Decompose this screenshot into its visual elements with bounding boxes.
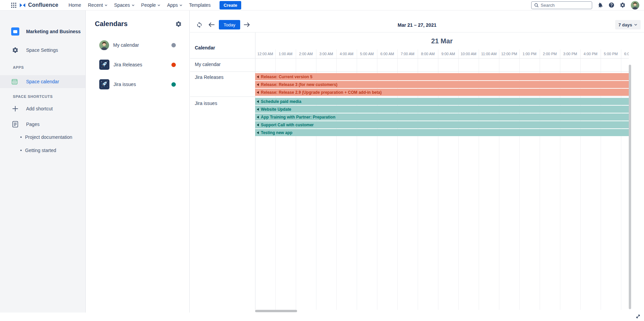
calendar-list-item-jira-releases[interactable]: Jira Releases — [86, 58, 189, 71]
calendar-list-item-jira-issues[interactable]: Jira issues — [86, 78, 189, 91]
event-bar[interactable]: Testing new app — [255, 129, 629, 136]
continues-left-icon — [257, 108, 259, 111]
space-header[interactable]: Marketing and Business — [0, 25, 85, 38]
calendar-main: Today Mar 21 – 27, 2021 7 days 21 Mar 12… — [190, 10, 644, 313]
continues-left-icon — [257, 131, 259, 134]
event-bar[interactable]: Schedule paid media — [255, 98, 629, 105]
event-title: Release: Release 3 (for new customers) — [261, 82, 337, 87]
resize-handle-icon[interactable] — [636, 314, 641, 319]
nav-apps[interactable]: Apps — [164, 0, 186, 10]
search-icon — [534, 3, 539, 7]
event-title: Website Update — [261, 107, 291, 112]
row-label-my-calendar: My calendar — [195, 62, 221, 67]
continues-left-icon — [257, 124, 259, 126]
nav-people[interactable]: People — [138, 0, 164, 10]
calendar-grid: 21 Mar 12:00 AM 1:00 AM 2:00 AM 3:00 AM … — [190, 32, 644, 310]
sidebar-section-apps: APPS — [13, 65, 24, 69]
bullet-icon — [20, 150, 22, 151]
row-divider — [190, 58, 629, 59]
calendars-settings-gear-icon[interactable] — [175, 21, 182, 27]
continues-left-icon — [257, 83, 259, 86]
calendar-column-header: Calendar — [195, 45, 215, 50]
row-label-jira-releases: Jira Releases — [195, 74, 224, 80]
nav-recent[interactable]: Recent — [84, 0, 110, 10]
calendar-color-dot[interactable] — [171, 63, 176, 67]
chevron-down-icon — [132, 4, 134, 6]
calendar-color-dot[interactable] — [171, 82, 176, 87]
confluence-logo[interactable]: Confluence — [19, 2, 58, 9]
chevron-down-icon — [105, 4, 107, 6]
confluence-logo-icon — [19, 2, 26, 9]
page-link-getting-started[interactable]: Getting started — [0, 146, 85, 154]
settings-gear-icon[interactable] — [620, 2, 626, 8]
user-avatar[interactable] — [631, 1, 639, 9]
sidebar-item-space-calendar[interactable]: Space calendar — [0, 75, 85, 88]
calendar-list-item-my-calendar[interactable]: My calendar — [86, 38, 189, 52]
sidebar-section-shortcuts: SPACE SHORTCUTS — [13, 94, 53, 99]
create-button[interactable]: Create — [220, 1, 241, 9]
chevron-down-icon — [634, 24, 637, 26]
today-button[interactable]: Today — [219, 20, 240, 29]
my-calendar-avatar — [99, 40, 109, 50]
previous-week-arrow-icon[interactable] — [208, 21, 216, 29]
sidebar-item-space-settings[interactable]: Space Settings — [0, 44, 85, 56]
pages-icon — [12, 121, 19, 128]
day-header: 21 Mar — [255, 37, 629, 45]
event-title: App Training with Partner: Preparation — [261, 115, 335, 120]
nav-spaces[interactable]: Spaces — [111, 0, 138, 10]
nav-templates[interactable]: Templates — [186, 0, 214, 10]
space-avatar-icon — [11, 27, 19, 36]
continues-left-icon — [257, 76, 259, 78]
vertical-scrollbar[interactable] — [629, 65, 631, 309]
bullet-icon — [20, 136, 22, 138]
continues-left-icon — [257, 100, 259, 103]
notifications-bell-icon[interactable] — [597, 1, 604, 9]
next-week-arrow-icon[interactable] — [243, 21, 251, 29]
primary-nav: Home Recent Spaces People Apps Templates — [65, 0, 214, 10]
chevron-down-icon — [180, 4, 182, 6]
search-box[interactable] — [531, 1, 592, 9]
event-bar[interactable]: Release: Release 3 (for new customers) — [255, 81, 629, 88]
add-shortcut-button[interactable]: Add shortcut — [0, 103, 85, 115]
top-navigation: Confluence Home Recent Spaces People App… — [0, 0, 644, 10]
app-switcher-icon[interactable] — [11, 3, 16, 8]
date-range-label: Mar 21 – 27, 2021 — [190, 22, 644, 28]
refresh-icon[interactable] — [195, 21, 203, 29]
event-bar[interactable]: Support Call with customer — [255, 121, 629, 128]
continues-left-icon — [257, 116, 259, 119]
rocket-icon — [99, 60, 109, 70]
calendar-icon — [11, 78, 18, 85]
row-divider — [190, 97, 629, 97]
event-bar[interactable]: App Training with Partner: Preparation — [255, 113, 629, 121]
calendars-panel-title: Calendars — [95, 20, 128, 28]
page-link-project-documentation[interactable]: Project documentation — [0, 133, 85, 141]
calendars-panel: Calendars My calendar — [86, 10, 190, 313]
help-icon[interactable] — [608, 2, 615, 8]
event-title: Release: Release 2.9 (Upgrade preparatio… — [261, 90, 381, 95]
continues-left-icon — [257, 91, 259, 94]
event-bar[interactable]: Release: Current version 5 — [255, 73, 629, 80]
chevron-down-icon — [158, 4, 160, 6]
event-title: Testing new app — [261, 130, 292, 135]
brand-name: Confluence — [28, 2, 58, 8]
time-axis: 12:00 AM 1:00 AM 2:00 AM 3:00 AM 4:00 AM… — [255, 49, 629, 58]
space-sidebar: Marketing and Business Space Settings AP… — [0, 10, 86, 313]
event-title: Schedule paid media — [261, 99, 301, 104]
event-bar[interactable]: Website Update — [255, 106, 629, 113]
confluence-app: { "colors": { "accent": "#0C66E4", "bran… — [0, 0, 644, 321]
nav-home[interactable]: Home — [65, 0, 84, 10]
calendar-color-dot[interactable] — [171, 43, 176, 47]
sidebar-item-pages[interactable]: Pages — [0, 118, 85, 130]
rocket-icon — [99, 79, 109, 89]
range-selector-button[interactable]: 7 days — [615, 20, 641, 29]
row-divider — [190, 71, 629, 72]
space-name: Marketing and Business — [26, 29, 81, 34]
event-bar[interactable]: Release: Release 2.9 (Upgrade preparatio… — [255, 89, 629, 96]
plus-icon — [12, 105, 19, 112]
row-label-jira-issues: Jira issues — [195, 101, 217, 106]
search-input[interactable] — [541, 3, 585, 8]
gear-icon — [12, 47, 19, 53]
event-title: Release: Current version 5 — [261, 74, 312, 79]
horizontal-scrollbar[interactable] — [255, 310, 297, 312]
event-title: Support Call with customer — [261, 123, 314, 127]
